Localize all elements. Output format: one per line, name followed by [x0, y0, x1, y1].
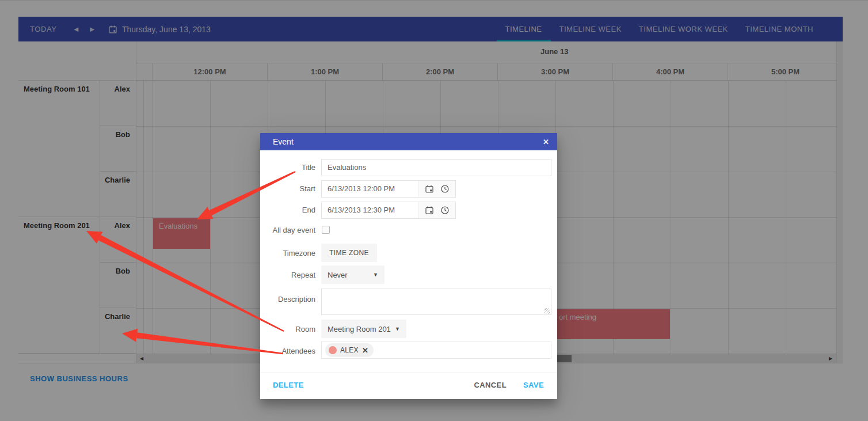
repeat-dropdown[interactable]: Never ▼	[321, 266, 384, 284]
event-dialog: Event ✕ Title Evaluations Start 6/13/201…	[260, 133, 557, 399]
time-picker-icon[interactable]	[440, 206, 450, 215]
title-input[interactable]: Evaluations	[321, 159, 551, 176]
attendees-input[interactable]: ALEX ✕	[321, 342, 551, 359]
timezone-button[interactable]: TIME ZONE	[321, 244, 377, 262]
app-root: TODAY ◀ ▶ Thursday, June 13, 2013 TIMELI…	[0, 0, 868, 421]
attendees-label: Attendees	[260, 346, 315, 356]
timezone-label: Timezone	[260, 248, 315, 259]
delete-button[interactable]: DELETE	[273, 380, 304, 391]
date-picker-icon[interactable]	[425, 184, 434, 194]
event-dialog-header: Event ✕	[260, 133, 557, 150]
save-button[interactable]: SAVE	[523, 380, 544, 391]
description-textarea[interactable]	[321, 289, 551, 315]
dialog-footer-divider	[260, 373, 557, 373]
avatar	[329, 346, 337, 354]
cancel-button[interactable]: CANCEL	[474, 380, 507, 391]
dialog-title: Event	[273, 137, 294, 146]
remove-attendee-icon[interactable]: ✕	[362, 346, 368, 355]
end-value[interactable]: 6/13/2013 12:30 PM	[322, 202, 418, 218]
repeat-label: Repeat	[260, 270, 315, 280]
all-day-label: All day event	[260, 225, 315, 236]
close-icon[interactable]: ✕	[543, 138, 549, 146]
repeat-value: Never	[328, 271, 348, 279]
resize-grip-icon[interactable]	[545, 308, 550, 314]
all-day-checkbox[interactable]	[322, 226, 330, 234]
attendee-name: ALEX	[340, 346, 359, 354]
chevron-down-icon: ▼	[373, 272, 378, 278]
start-datetime-input[interactable]: 6/13/2013 12:00 PM	[321, 180, 456, 198]
end-datetime-input[interactable]: 6/13/2013 12:30 PM	[321, 202, 456, 219]
description-label: Description	[260, 294, 315, 305]
room-dropdown[interactable]: Meeting Room 201 ▼	[321, 320, 406, 338]
room-label: Room	[260, 324, 315, 335]
start-label: Start	[260, 184, 315, 194]
title-label: Title	[260, 162, 315, 173]
time-picker-icon[interactable]	[440, 184, 450, 194]
room-value: Meeting Room 201	[328, 325, 391, 333]
chevron-down-icon: ▼	[395, 326, 400, 332]
attendee-chip[interactable]: ALEX ✕	[325, 343, 374, 357]
date-picker-icon[interactable]	[425, 206, 434, 215]
start-value[interactable]: 6/13/2013 12:00 PM	[322, 181, 418, 197]
end-label: End	[260, 205, 315, 215]
